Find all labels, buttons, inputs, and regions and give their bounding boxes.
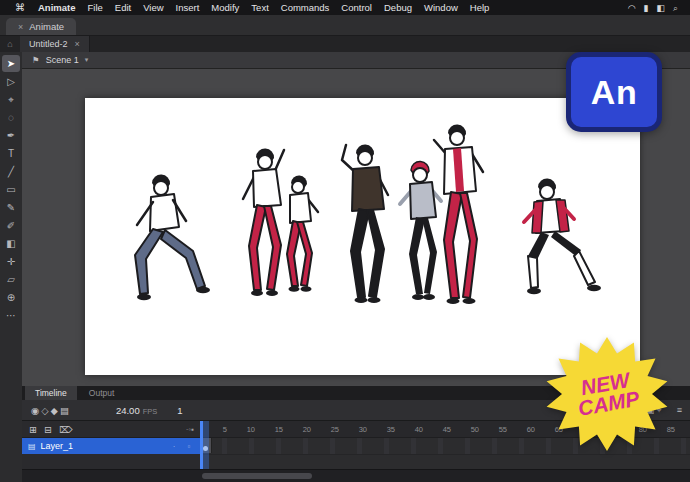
- eraser-tool[interactable]: ▱: [2, 271, 20, 288]
- close-icon[interactable]: ×: [75, 39, 80, 49]
- animate-app-window: ⌘ AnimateFileEditViewInsertModifyTextCom…: [0, 0, 690, 482]
- scrollbar-thumb[interactable]: [202, 473, 312, 479]
- ruler-frame-25: 25: [312, 425, 340, 434]
- chevron-down-icon[interactable]: ▾: [85, 56, 89, 64]
- fps-display[interactable]: 24.00 FPS: [116, 405, 157, 416]
- layers-panel: ⊞ ⊟ ⌦ ·◦▪ ▤ Layer_1 · ▫: [22, 421, 201, 470]
- new-folder-icon[interactable]: ⊟: [43, 424, 53, 435]
- adobe-animate-logo: An: [566, 52, 662, 132]
- ruler-frame-15: 15: [256, 425, 284, 434]
- layers-header: ⊞ ⊟ ⌦ ·◦▪: [22, 421, 200, 438]
- zoom-tool[interactable]: ⊕: [2, 289, 20, 306]
- battery-icon[interactable]: ▮: [639, 3, 652, 13]
- selection-tool[interactable]: ➤: [2, 55, 20, 72]
- menu-window[interactable]: Window: [418, 2, 464, 13]
- spotlight-icon[interactable]: ⌕: [669, 3, 682, 13]
- fps-value: 24.00: [116, 405, 140, 416]
- ruler-frame-30: 30: [340, 425, 368, 434]
- insert-keyframe-icon[interactable]: ◆: [50, 405, 59, 416]
- menubar-status-icons: ◠▮◧⌕: [624, 2, 682, 14]
- menu-insert[interactable]: Insert: [170, 2, 206, 13]
- delete-layer-icon[interactable]: ⌦: [58, 424, 73, 435]
- layer-name[interactable]: Layer_1: [41, 441, 74, 451]
- layer-column-icons: ·◦▪: [186, 424, 194, 434]
- document-tab-untitled-2[interactable]: Untitled-2 ×: [20, 36, 90, 52]
- ruler-frame-20: 20: [284, 425, 312, 434]
- ruler-frame-50: 50: [452, 425, 480, 434]
- home-icon[interactable]: ⌂: [0, 39, 20, 49]
- lasso-tool[interactable]: ◌: [2, 109, 20, 126]
- menu-edit[interactable]: Edit: [109, 2, 137, 13]
- ruler-frame-45: 45: [424, 425, 452, 434]
- ruler-frame-60: 60: [508, 425, 536, 434]
- pen-tool[interactable]: ✒: [2, 127, 20, 144]
- new-camp-badge: NEW CAMP: [542, 334, 672, 454]
- tools-panel: ➤▷⌖◌✒T╱▭✎✐◧✛▱⊕⋯: [0, 52, 22, 482]
- wifi-icon[interactable]: ◠: [624, 3, 640, 13]
- subselection-tool[interactable]: ▷: [2, 73, 20, 90]
- more-tools[interactable]: ⋯: [2, 307, 20, 324]
- ruler-frame-35: 35: [368, 425, 396, 434]
- lock-column-icon[interactable]: ▪: [191, 425, 194, 434]
- ruler-frame-55: 55: [480, 425, 508, 434]
- timeline-horizontal-scrollbar[interactable]: [22, 469, 690, 482]
- new-layer-icon[interactable]: ⊞: [28, 424, 38, 435]
- window-tab-label: Animate: [29, 21, 64, 32]
- menu-text[interactable]: Text: [245, 2, 274, 13]
- camp-badge-text: NEW CAMP: [533, 324, 682, 465]
- show-layers-icon[interactable]: ◉: [30, 405, 40, 416]
- layer-row-layer-1[interactable]: ▤ Layer_1 · ▫: [22, 438, 200, 454]
- text-tool[interactable]: T: [2, 145, 20, 162]
- menu-bar: ⌘ AnimateFileEditViewInsertModifyTextCom…: [0, 0, 690, 15]
- line-tool[interactable]: ╱: [2, 163, 20, 180]
- playhead[interactable]: [200, 421, 209, 470]
- brush-tool[interactable]: ✐: [2, 217, 20, 234]
- menu-help[interactable]: Help: [464, 2, 496, 13]
- insert-blank-keyframe-icon[interactable]: ◇: [40, 405, 49, 416]
- fps-unit: FPS: [143, 407, 158, 416]
- window-tab-bar: × Animate: [0, 15, 690, 36]
- panel-menu-icon[interactable]: ≡: [677, 405, 682, 415]
- animate-logo-text: An: [591, 73, 637, 112]
- current-frame-indicator: 1: [177, 405, 182, 416]
- layer-lock-toggle[interactable]: ▫: [184, 442, 194, 451]
- eyedropper-tool[interactable]: ✛: [2, 253, 20, 270]
- scene-name[interactable]: Scene 1: [46, 55, 79, 65]
- window-tab-animate[interactable]: × Animate: [6, 18, 76, 35]
- tab-output[interactable]: Output: [79, 386, 125, 400]
- document-tab-label: Untitled-2: [29, 39, 68, 49]
- close-icon[interactable]: ×: [18, 22, 23, 32]
- menu-items: AnimateFileEditViewInsertModifyTextComma…: [32, 2, 495, 13]
- menu-modify[interactable]: Modify: [205, 2, 245, 13]
- menu-view[interactable]: View: [137, 2, 169, 13]
- insert-frame-icon[interactable]: ▤: [59, 405, 70, 416]
- menu-animate[interactable]: Animate: [32, 2, 81, 13]
- document-tab-bar: ⌂ Untitled-2 ×: [0, 36, 690, 52]
- pencil-tool[interactable]: ✎: [2, 199, 20, 216]
- menu-control[interactable]: Control: [335, 2, 378, 13]
- ruler-frame-40: 40: [396, 425, 424, 434]
- layer-visibility-toggle[interactable]: ·: [169, 442, 179, 451]
- tab-timeline[interactable]: Timeline: [25, 386, 77, 400]
- ruler-frame-10: 10: [228, 425, 256, 434]
- menu-debug[interactable]: Debug: [378, 2, 418, 13]
- free-transform-tool[interactable]: ⌖: [2, 91, 20, 108]
- apple-menu-icon[interactable]: ⌘: [8, 2, 32, 13]
- scene-flag-icon: ⚑: [32, 55, 40, 65]
- menu-file[interactable]: File: [81, 2, 108, 13]
- control-center-icon[interactable]: ◧: [652, 3, 669, 13]
- timeline-left-icons: ◉◇◆▤: [30, 405, 70, 416]
- paint-bucket-tool[interactable]: ◧: [2, 235, 20, 252]
- menu-commands[interactable]: Commands: [275, 2, 336, 13]
- rectangle-tool[interactable]: ▭: [2, 181, 20, 198]
- layer-type-icon: ▤: [28, 442, 36, 451]
